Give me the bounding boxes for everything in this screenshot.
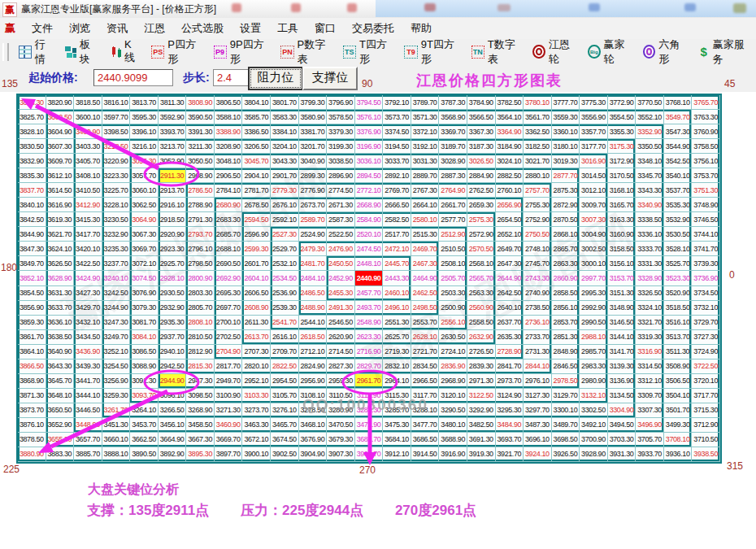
grid-cell: 2467.30 bbox=[411, 256, 440, 271]
grid-cell: 3295.30 bbox=[496, 403, 524, 418]
grid-cell: 3902.50 bbox=[271, 447, 299, 462]
grid-cell: 2469.70 bbox=[411, 242, 440, 256]
grid-cell: 3273.70 bbox=[242, 403, 271, 418]
grid-cell: 3787.30 bbox=[439, 95, 467, 110]
grid-cell: 3400.90 bbox=[74, 124, 102, 139]
grid-cell: 3645.70 bbox=[46, 374, 75, 389]
grid-cell: 3199.30 bbox=[327, 139, 355, 154]
grid-cell: 2493.70 bbox=[355, 301, 384, 316]
tn-badge-icon: TN bbox=[471, 46, 484, 59]
angle-90-label: 90 bbox=[362, 78, 372, 89]
angle-315-label: 315 bbox=[727, 460, 743, 472]
grid-cell: 3777.70 bbox=[552, 95, 580, 110]
grid-cell: 3544.90 bbox=[664, 139, 693, 154]
toolbar-p-square-button[interactable]: PSP四方形 bbox=[146, 36, 207, 68]
grid-cell: 3472.90 bbox=[355, 418, 384, 433]
grid-cell: 2532.10 bbox=[271, 256, 299, 271]
grid-cell: 3662.50 bbox=[130, 433, 159, 447]
grid-cell: 3139.30 bbox=[608, 359, 637, 374]
grid-cell: 3372.10 bbox=[411, 124, 440, 139]
grid-cell: 3055.30 bbox=[130, 154, 159, 168]
toolbar-gann-wheel-button[interactable]: 江恩轮 bbox=[527, 36, 582, 68]
grid-cell: 2522.50 bbox=[327, 227, 355, 242]
grid-cell: 3907.30 bbox=[327, 447, 355, 462]
grid-cell: 3499.30 bbox=[664, 418, 693, 433]
grid-cell: 3736.90 bbox=[692, 271, 720, 285]
toolbar-winner-service-button[interactable]: $赢家服务 bbox=[693, 36, 756, 68]
grid-cell: 3530.50 bbox=[664, 227, 693, 242]
grid-cell: 3048.10 bbox=[215, 154, 243, 168]
grid-cell: 2894.50 bbox=[355, 168, 384, 183]
toolbar-winner-service-label: 赢家服务 bbox=[713, 37, 750, 67]
toolbar-hangqing-button[interactable]: 行情 bbox=[13, 36, 59, 68]
grid-cell: 3391.30 bbox=[186, 124, 215, 139]
grid-cell: 3602.50 bbox=[46, 110, 75, 124]
grid-cell: 3525.70 bbox=[664, 256, 693, 271]
grid-cell: 3374.50 bbox=[383, 124, 411, 139]
grid-cell: 2990.50 bbox=[580, 316, 608, 330]
grid-cell: 3763.30 bbox=[692, 110, 720, 124]
toolbar-9t-square-label: 9T四方形 bbox=[421, 37, 460, 67]
grid-cell: 2520.10 bbox=[355, 227, 384, 242]
grid-cell: 2767.30 bbox=[411, 183, 440, 198]
grid-cell: 3189.70 bbox=[439, 139, 467, 154]
grid-cell: 3909.70 bbox=[355, 447, 384, 462]
grid-cell: 3561.70 bbox=[524, 110, 552, 124]
toolbar-kline-button[interactable]: K线 bbox=[104, 37, 146, 67]
grid-cell: 3220.90 bbox=[102, 154, 131, 168]
grid-cell: 3552.10 bbox=[636, 110, 664, 124]
grid-cell: 3228.10 bbox=[102, 198, 131, 212]
grid-cell: 2988.10 bbox=[580, 330, 608, 345]
grid-cell: 2983.30 bbox=[580, 359, 608, 374]
grid-cell: 3847.30 bbox=[18, 242, 46, 256]
grid-cell: 2985.70 bbox=[580, 345, 608, 359]
grid-cell: 3057.70 bbox=[130, 168, 159, 183]
toolbar-9p-square-button[interactable]: P99P四方形 bbox=[208, 36, 276, 68]
grid-cell: 3408.10 bbox=[74, 168, 102, 183]
toolbar-bankuai-button[interactable]: 板块 bbox=[59, 36, 104, 68]
grid-cell: 2666.50 bbox=[383, 198, 411, 212]
grid-cell: 3866.50 bbox=[18, 359, 46, 374]
toolbar-t-number-table-button[interactable]: TNT数字表 bbox=[466, 36, 528, 68]
grid-cell: 3566.50 bbox=[467, 110, 496, 124]
grid-cell: 2764.90 bbox=[439, 183, 467, 198]
ps-badge-icon: PS bbox=[151, 46, 164, 59]
grid-cell: 3523.30 bbox=[664, 271, 693, 285]
grid-cell: 3304.90 bbox=[608, 403, 637, 418]
grid-cell: 3832.90 bbox=[18, 154, 46, 168]
support-button[interactable]: 支撑位 bbox=[302, 67, 358, 90]
grid-cell: 2877.70 bbox=[552, 168, 580, 183]
grid-cell: 3876.10 bbox=[18, 418, 46, 433]
grid-cell: 2966.50 bbox=[411, 374, 440, 389]
grid-cell: 2635.30 bbox=[496, 330, 524, 345]
grid-cell: 3494.50 bbox=[608, 418, 637, 433]
grid-cell: 3669.70 bbox=[215, 433, 243, 447]
hexagon-rings-icon bbox=[643, 45, 655, 59]
grid-cell: 3105.70 bbox=[271, 389, 299, 403]
grid-cell: 2880.10 bbox=[524, 168, 552, 183]
grid-cell: 3458.50 bbox=[186, 418, 215, 433]
toolbar-hangqing-label: 行情 bbox=[35, 37, 54, 67]
toolbar-hexagon-button[interactable]: 六角形 bbox=[637, 36, 693, 68]
grid-cell: 3175.30 bbox=[608, 139, 637, 154]
grid-cell: 3045.70 bbox=[242, 154, 271, 168]
grid-cell: 2661.70 bbox=[439, 198, 467, 212]
start-price-input[interactable] bbox=[93, 69, 173, 86]
toolbar-t-square-button[interactable]: TST四方形 bbox=[337, 36, 399, 68]
toolbar-p-number-table-button[interactable]: PNP数字表 bbox=[275, 36, 337, 68]
angle-135-label: 135 bbox=[2, 78, 18, 89]
grid-cell: 2812.90 bbox=[186, 345, 215, 359]
grid-cell: 3914.50 bbox=[411, 447, 440, 462]
grid-cell: 3571.30 bbox=[411, 110, 440, 124]
p9-badge-icon: P9 bbox=[214, 46, 227, 59]
toolbar-9t-square-button[interactable]: T99T四方形 bbox=[398, 36, 465, 68]
angle-270-label: 270 bbox=[359, 464, 376, 476]
grid-cell: 3753.70 bbox=[692, 168, 720, 183]
grid-cell: 3600.10 bbox=[74, 110, 102, 124]
toolbar-t-number-table-label: T数字表 bbox=[488, 37, 522, 67]
grid-cell: 3331.30 bbox=[636, 256, 664, 271]
resistance-button[interactable]: 阻力位 bbox=[248, 67, 303, 90]
grid-cell: 3904.90 bbox=[299, 447, 328, 462]
grid-cell: 3170.50 bbox=[608, 168, 637, 183]
toolbar-winner-wheel-button[interactable]: Big赢家轮 bbox=[582, 36, 637, 68]
